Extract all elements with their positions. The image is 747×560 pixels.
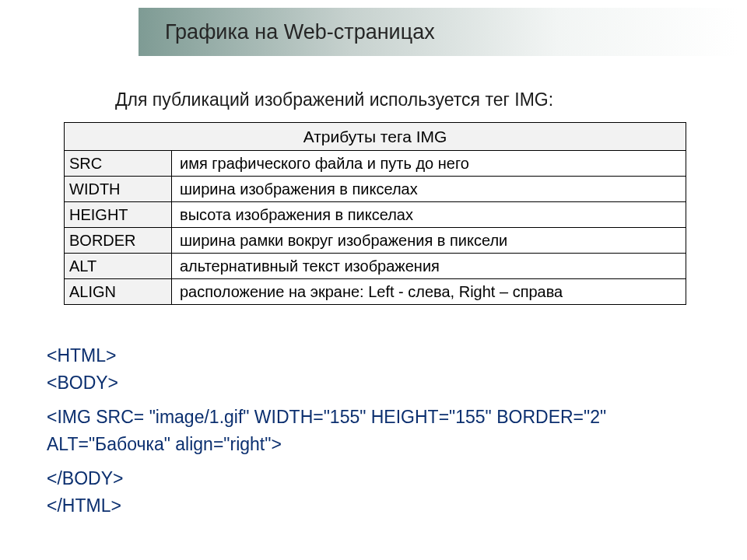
table-row: ALIGN расположение на экране: Left - сле…	[65, 279, 686, 305]
attr-name: WIDTH	[65, 177, 172, 202]
code-line: <BODY>	[47, 369, 606, 397]
attr-name: HEIGHT	[65, 202, 172, 228]
code-example: <HTML> <BODY> <IMG SRC= "image/1.gif" WI…	[47, 342, 606, 519]
table-row: WIDTH ширина изображения в пикселах	[65, 177, 686, 202]
attr-desc: ширина рамки вокруг изображения в пиксел…	[172, 228, 686, 254]
code-line: <HTML>	[47, 342, 606, 369]
title-bar: Графика на Web-страницах	[139, 8, 738, 56]
attr-desc: имя графического файла и путь до него	[172, 151, 686, 177]
table-header-row: Атрибуты тега IMG	[65, 123, 686, 151]
attr-desc: высота изображения в пикселах	[172, 202, 686, 228]
code-line: </HTML>	[47, 492, 606, 520]
table-row: SRC имя графического файла и путь до нег…	[65, 151, 686, 177]
table-row: BORDER ширина рамки вокруг изображения в…	[65, 228, 686, 254]
page-title: Графика на Web-страницах	[165, 20, 435, 44]
attr-name: BORDER	[65, 228, 172, 254]
table-row: ALT альтернативный текст изображения	[65, 254, 686, 279]
table-row: HEIGHT высота изображения в пикселах	[65, 202, 686, 228]
img-attributes-table: Атрибуты тега IMG SRC имя графического ф…	[64, 122, 686, 305]
attr-desc: альтернативный текст изображения	[172, 254, 686, 279]
attr-name: SRC	[65, 151, 172, 177]
code-line: ALT="Бабочка" align="right">	[47, 431, 606, 458]
code-line: </BODY>	[47, 465, 606, 492]
attr-desc: расположение на экране: Left - слева, Ri…	[172, 279, 686, 305]
attr-name: ALIGN	[65, 279, 172, 305]
attr-name: ALT	[65, 254, 172, 279]
table-caption: Атрибуты тега IMG	[65, 123, 686, 151]
intro-text: Для публикаций изображений используется …	[115, 89, 553, 110]
table-container: Атрибуты тега IMG SRC имя графического ф…	[64, 122, 686, 305]
attr-desc: ширина изображения в пикселах	[172, 177, 686, 202]
code-line: <IMG SRC= "image/1.gif" WIDTH="155" HEIG…	[47, 404, 606, 431]
